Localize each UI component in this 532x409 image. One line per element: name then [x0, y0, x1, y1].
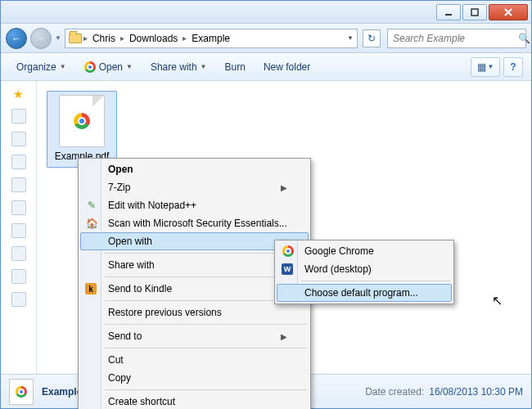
open-with-chrome[interactable]: Google Chrome [277, 242, 452, 260]
ctx-scan[interactable]: 🏠 Scan with Microsoft Security Essential… [80, 214, 309, 232]
ctx-create-shortcut-label: Create shortcut [108, 396, 175, 407]
word-icon: W [282, 263, 293, 275]
ctx-open-label: Open [108, 164, 133, 175]
submenu-arrow-icon: ▶ [281, 183, 287, 192]
forward-arrow-icon: → [36, 33, 46, 44]
shield-icon: 🏠 [85, 217, 98, 230]
notepad-icon: ✎ [85, 199, 98, 212]
sidebar-icon[interactable] [11, 178, 26, 192]
refresh-button[interactable]: ↻ [363, 29, 381, 47]
search-box[interactable]: 🔍 [387, 29, 526, 48]
breadcrumb-item[interactable]: Downloads [126, 33, 181, 44]
ctx-scan-label: Scan with Microsoft Security Essentials.… [108, 218, 287, 229]
open-with-word[interactable]: W Word (desktop) [277, 260, 452, 278]
sidebar-icon[interactable] [11, 132, 26, 146]
navigation-bar: ← → ▼ ▸ Chris ▸ Downloads ▸ Example ▼ ↻ … [1, 24, 531, 53]
chrome-icon [282, 245, 295, 258]
help-button[interactable]: ? [503, 57, 523, 77]
sidebar-icon[interactable] [11, 246, 26, 261]
view-grid-icon: ▦ [477, 61, 486, 73]
open-with-word-label: Word (desktop) [304, 263, 372, 275]
share-label: Share with [151, 61, 197, 73]
share-with-button[interactable]: Share with ▼ [143, 58, 214, 76]
ctx-cut[interactable]: Cut [80, 351, 309, 369]
svg-rect-1 [471, 9, 478, 16]
open-button[interactable]: Open ▼ [77, 58, 140, 76]
ctx-restore-label: Restore previous versions [108, 307, 222, 318]
sidebar-icon[interactable] [11, 292, 26, 307]
ctx-7zip-label: 7-Zip [108, 182, 130, 193]
explorer-window: ← → ▼ ▸ Chris ▸ Downloads ▸ Example ▼ ↻ … [0, 0, 532, 409]
chevron-down-icon: ▼ [201, 63, 207, 70]
sidebar-icon[interactable] [11, 155, 26, 169]
sidebar-icon[interactable] [11, 200, 26, 215]
favorites-star-icon[interactable]: ★ [13, 88, 24, 101]
ctx-notepad-label: Edit with Notepad++ [108, 200, 196, 211]
sidebar-icon[interactable] [11, 223, 26, 238]
organize-label: Organize [16, 61, 56, 73]
ctx-share-with-label: Share with [108, 259, 155, 271]
minimize-button[interactable] [436, 4, 461, 20]
forward-button[interactable]: → [30, 28, 52, 49]
command-bar: Organize ▼ Open ▼ Share with ▼ Burn New … [1, 53, 531, 81]
sidebar-icon[interactable] [11, 269, 26, 284]
ctx-create-shortcut[interactable]: Create shortcut [80, 393, 309, 407]
date-created-label: Date created: [365, 386, 424, 398]
ctx-open-with-label: Open with [108, 236, 152, 247]
ctx-open[interactable]: Open [80, 160, 309, 178]
ctx-send-to[interactable]: Send to ▶ [80, 327, 309, 345]
chrome-icon [16, 386, 27, 398]
address-dropdown-icon[interactable]: ▼ [347, 34, 354, 42]
sidebar-icon[interactable] [11, 109, 26, 124]
ctx-7zip[interactable]: 7-Zip ▶ [80, 178, 309, 196]
chevron-right-icon: ▸ [183, 34, 187, 43]
burn-button[interactable]: Burn [218, 58, 253, 76]
ctx-cut-label: Cut [108, 354, 124, 366]
kindle-icon: k [85, 283, 97, 294]
submenu-arrow-icon: ▶ [281, 332, 287, 341]
details-thumbnail [9, 379, 34, 405]
view-options-button[interactable]: ▦ ▼ [471, 57, 500, 77]
choose-default-label: Choose default program... [304, 287, 418, 299]
file-item[interactable]: Example.pdf [47, 91, 117, 168]
back-arrow-icon: ← [11, 33, 21, 44]
close-button[interactable] [489, 4, 528, 20]
choose-default-program[interactable]: Choose default program... [277, 284, 452, 302]
chevron-down-icon: ▼ [126, 63, 133, 70]
navigation-pane[interactable]: ★ [1, 81, 37, 374]
ctx-kindle-label: Send to Kindle [108, 283, 172, 294]
ctx-copy-label: Copy [108, 372, 131, 384]
address-bar[interactable]: ▸ Chris ▸ Downloads ▸ Example ▼ [65, 29, 358, 48]
chevron-right-icon: ▸ [83, 34, 88, 43]
open-label: Open [99, 61, 123, 73]
folder-icon [69, 34, 82, 43]
chrome-icon [74, 113, 90, 129]
help-icon: ? [510, 61, 516, 73]
close-icon [503, 8, 513, 16]
ctx-copy[interactable]: Copy [80, 369, 309, 387]
separator [105, 348, 307, 348]
search-icon[interactable]: 🔍 [518, 33, 530, 44]
open-with-chrome-label: Google Chrome [304, 245, 374, 257]
search-input[interactable] [391, 32, 518, 45]
history-dropdown-icon[interactable]: ▼ [55, 34, 61, 42]
breadcrumb-item[interactable]: Chris [89, 33, 119, 44]
svg-rect-0 [445, 14, 452, 16]
chrome-icon [84, 61, 96, 73]
chevron-down-icon: ▼ [488, 63, 494, 70]
ctx-edit-notepad[interactable]: ✎ Edit with Notepad++ [80, 196, 309, 214]
new-folder-button[interactable]: New folder [256, 58, 318, 76]
new-folder-label: New folder [264, 61, 310, 73]
ctx-restore[interactable]: Restore previous versions [80, 303, 309, 321]
maximize-button[interactable] [462, 4, 487, 20]
back-button[interactable]: ← [6, 28, 27, 49]
burn-label: Burn [225, 61, 246, 73]
ctx-sendto-label: Send to [108, 330, 142, 342]
breadcrumb-item[interactable]: Example [188, 33, 233, 44]
chevron-down-icon: ▼ [60, 63, 66, 70]
minimize-icon [444, 8, 453, 16]
organize-button[interactable]: Organize ▼ [9, 58, 74, 76]
separator [105, 324, 307, 325]
chevron-right-icon: ▸ [120, 34, 124, 43]
open-with-submenu: Google Chrome W Word (desktop) Choose de… [274, 240, 454, 304]
